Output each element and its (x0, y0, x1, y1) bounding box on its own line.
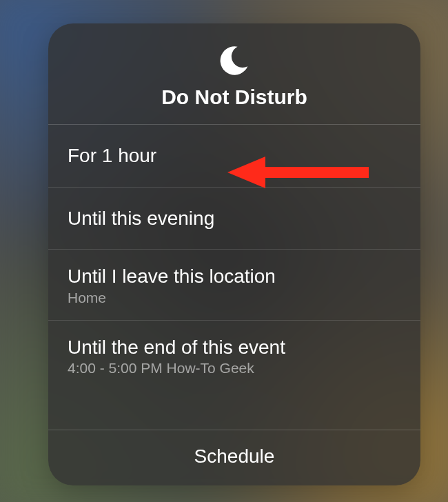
option-sublabel: 4:00 - 5:00 PM How-To Geek (68, 360, 401, 376)
option-label: Until the end of this event (68, 336, 401, 359)
option-until-end-event[interactable]: Until the end of this event 4:00 - 5:00 … (48, 321, 420, 391)
option-label: Until this evening (68, 207, 401, 230)
panel-title: Do Not Disturb (161, 86, 307, 109)
footer-label: Schedule (194, 445, 275, 467)
options-list: For 1 hour Until this evening Until I le… (48, 125, 420, 430)
option-until-evening[interactable]: Until this evening (48, 188, 420, 250)
moon-icon (218, 44, 250, 76)
option-for-1-hour[interactable]: For 1 hour (48, 125, 420, 188)
option-label: For 1 hour (68, 144, 401, 168)
option-sublabel: Home (68, 290, 401, 306)
dnd-panel: Do Not Disturb For 1 hour Until this eve… (48, 23, 420, 485)
schedule-button[interactable]: Schedule (48, 430, 420, 485)
panel-header: Do Not Disturb (48, 23, 420, 125)
option-label: Until I leave this location (68, 265, 401, 288)
option-until-leave-location[interactable]: Until I leave this location Home (48, 250, 420, 321)
